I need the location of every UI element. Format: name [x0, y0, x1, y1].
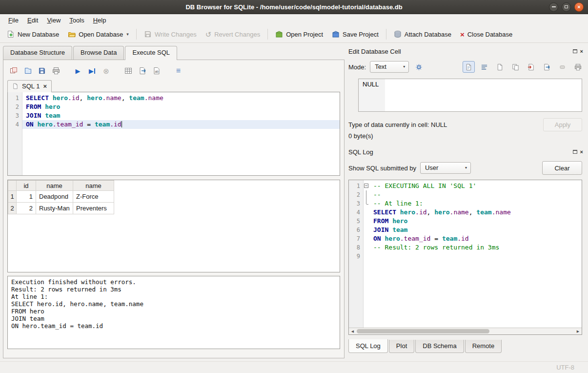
code-line[interactable]: 2FROM hero — [8, 103, 340, 111]
close-database-button[interactable]: × Close Database — [456, 29, 516, 40]
export-cell-data-button[interactable] — [541, 61, 553, 73]
copy-cell-button[interactable] — [509, 61, 522, 73]
scroll-left-icon[interactable]: ◀ — [349, 330, 356, 333]
tab-execute-sql[interactable]: Execute SQL — [125, 46, 177, 60]
text-doc-icon — [465, 63, 472, 71]
results-header-row: id name name — [8, 181, 114, 191]
tab-browse-data[interactable]: Browse Data — [73, 46, 124, 60]
print-cell-button[interactable] — [572, 61, 584, 73]
new-sql-tab-button[interactable] — [7, 65, 20, 77]
horizontal-scrollbar[interactable]: ◀ ▶ — [349, 328, 582, 334]
maximize-button[interactable] — [562, 2, 571, 12]
doc-icon — [496, 63, 504, 71]
attach-database-button[interactable]: Attach Database — [390, 28, 455, 40]
menu-help[interactable]: Help — [89, 15, 111, 25]
code-line[interactable]: 6JOIN team — [349, 226, 582, 234]
column-header-name[interactable]: name — [73, 181, 114, 191]
output-line: Result: 2 rows returned in 3ms — [11, 286, 336, 293]
row-number[interactable]: 1 — [8, 191, 17, 203]
open-sql-file-button[interactable] — [21, 65, 34, 77]
sql-log-code[interactable]: 1−-- EXECUTING ALL IN 'SQL 1'2--3-- At l… — [349, 180, 582, 328]
sql-editor[interactable]: 1SELECT hero.id, hero.name, team.name2FR… — [7, 92, 340, 176]
cell-type-info: Type of data currently in cell: NULL — [348, 121, 447, 128]
open-database-button[interactable]: Open Database ▾ — [64, 28, 133, 40]
code-line[interactable]: 9 — [349, 252, 582, 261]
tab-db-schema[interactable]: DB Schema — [415, 340, 464, 353]
code-text: JOIN team — [370, 226, 582, 234]
execute-line-button[interactable]: ▶ — [86, 65, 98, 77]
code-line[interactable]: 3-- At line 1: — [349, 199, 582, 208]
scrollbar-thumb[interactable] — [357, 329, 489, 333]
menu-view[interactable]: View — [42, 15, 65, 25]
code-line[interactable]: 5FROM hero — [349, 217, 582, 226]
code-line[interactable]: 2-- — [349, 190, 582, 199]
code-line[interactable]: 4SELECT hero.id, hero.name, team.name — [349, 208, 582, 217]
float-panel-icon[interactable] — [573, 150, 577, 154]
mode-select[interactable]: Text ▾ — [370, 61, 409, 73]
cell-team-name[interactable]: Z-Force — [73, 191, 114, 203]
results-table[interactable]: id name name 1 1 Deadpond Z-Force 2 2 Ru… — [8, 180, 114, 214]
code-line[interactable]: 7ON hero.team_id = team.id — [349, 234, 582, 243]
cell-value-editor[interactable]: NULL — [358, 79, 582, 112]
sql-log-view[interactable]: 1−-- EXECUTING ALL IN 'SQL 1'2--3-- At l… — [348, 180, 582, 335]
code-line[interactable]: 3JOIN team — [8, 111, 340, 120]
code-line[interactable]: 8-- Result: 2 rows returned in 3ms — [349, 243, 582, 252]
sql-tab[interactable]: SQL 1 × — [7, 80, 52, 92]
open-database-label: Open Database — [79, 31, 123, 38]
column-header-id[interactable]: id — [17, 181, 36, 191]
execute-all-button[interactable]: ▶ — [72, 65, 84, 77]
sql-doc-icon — [12, 83, 19, 89]
row-number[interactable]: 2 — [8, 203, 17, 214]
table-row[interactable]: 1 1 Deadpond Z-Force — [8, 191, 114, 203]
cell-id[interactable]: 1 — [17, 191, 36, 203]
menu-edit[interactable]: Edit — [23, 15, 42, 25]
cell-id[interactable]: 2 — [17, 203, 36, 214]
clear-log-button[interactable]: Clear — [542, 161, 582, 175]
chevron-down-icon[interactable]: ▾ — [126, 32, 129, 37]
null-icon — [559, 64, 566, 70]
table-row[interactable]: 2 2 Rusty-Man Preventers — [8, 203, 114, 214]
menu-file[interactable]: File — [4, 15, 23, 25]
new-database-button[interactable]: New Database — [3, 28, 63, 40]
tab-remote[interactable]: Remote — [465, 340, 502, 353]
cell-team-name[interactable]: Preventers — [73, 203, 114, 214]
close-panel-icon[interactable]: × — [580, 149, 583, 155]
log-filter-select[interactable]: User ▾ — [420, 162, 471, 174]
stop-button: ⊗ — [100, 65, 112, 77]
code-line[interactable]: 1−-- EXECUTING ALL IN 'SQL 1' — [349, 182, 582, 190]
edit-grid-button[interactable] — [122, 65, 134, 77]
text-mode-button[interactable] — [463, 61, 475, 73]
tab-database-structure[interactable]: Database Structure — [3, 46, 72, 60]
import-cell-data-button[interactable] — [525, 61, 537, 73]
open-project-button[interactable]: Open Project — [271, 28, 327, 40]
cell-size-info: 0 byte(s) — [348, 132, 584, 140]
close-panel-icon[interactable]: × — [580, 49, 583, 54]
code-line[interactable]: 1SELECT hero.id, hero.name, team.name — [8, 94, 340, 103]
word-wrap-button[interactable] — [478, 61, 490, 73]
menu-tools[interactable]: Tools — [65, 15, 88, 25]
format-sql-button[interactable]: ≡ — [172, 65, 184, 77]
cell-hero-name[interactable]: Rusty-Man — [36, 203, 73, 214]
line-number: 2 — [8, 103, 22, 111]
column-header-name[interactable]: name — [36, 181, 73, 191]
scroll-right-icon[interactable]: ▶ — [574, 330, 582, 333]
auto-switch-mode-button[interactable] — [412, 61, 426, 73]
minimize-button[interactable] — [549, 2, 558, 12]
save-project-button[interactable]: Save Project — [328, 28, 383, 40]
tab-sql-log[interactable]: SQL Log — [348, 339, 388, 353]
open-cell-data-button[interactable] — [494, 61, 506, 73]
print-button[interactable] — [50, 65, 62, 77]
fold-marker-icon[interactable]: − — [364, 182, 370, 190]
export-results-button[interactable] — [136, 65, 148, 77]
sql-tab-label: SQL 1 — [22, 83, 40, 90]
close-button[interactable]: × — [574, 2, 584, 12]
tab-plot[interactable]: Plot — [389, 340, 414, 353]
cell-hero-name[interactable]: Deadpond — [36, 191, 73, 203]
float-panel-icon[interactable] — [573, 49, 577, 53]
close-tab-icon[interactable]: × — [43, 83, 47, 89]
save-sql-file-button[interactable] — [36, 65, 48, 77]
execution-output[interactable]: Execution finished without errors.Result… — [7, 276, 340, 349]
results-area[interactable]: id name name 1 1 Deadpond Z-Force 2 2 Ru… — [7, 180, 340, 272]
code-line[interactable]: 4ON hero.team_id = team.id — [8, 120, 340, 129]
autocomplete-button[interactable]: ab — [150, 65, 162, 77]
